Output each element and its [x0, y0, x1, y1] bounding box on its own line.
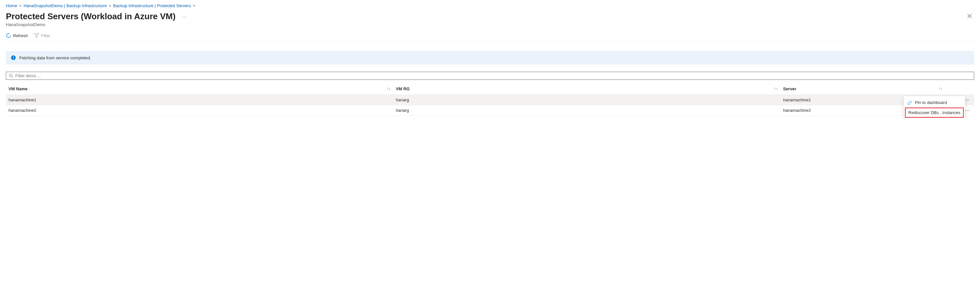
breadcrumb-separator: > [19, 3, 22, 8]
toolbar: Refresh Filter [6, 33, 974, 42]
filter-icon [34, 33, 39, 38]
title-more-button[interactable]: ··· [181, 13, 188, 21]
info-banner: Fetching data from service completed. [6, 51, 974, 65]
breadcrumb-separator: > [109, 3, 111, 8]
search-icon [9, 74, 13, 78]
column-header-actions [945, 83, 974, 95]
filter-items-wrap[interactable] [6, 72, 974, 80]
column-header-server[interactable]: Server ↑↓ [780, 83, 945, 95]
menu-rediscover-dbs[interactable]: Rediscover DBs , Instances [905, 108, 964, 118]
refresh-icon [6, 33, 11, 38]
column-header-vm-rg[interactable]: VM RG ↑↓ [393, 83, 780, 95]
breadcrumb-home[interactable]: Home [6, 3, 17, 8]
column-header-label: Server [783, 86, 796, 91]
sort-icon[interactable]: ↑↓ [939, 86, 942, 91]
menu-pin-to-dashboard[interactable]: Pin to dashboard [904, 97, 965, 108]
close-icon [967, 13, 972, 19]
svg-point-1 [13, 56, 14, 57]
table-row[interactable]: hanamachine2 hanarg hanamachine2 ··· [6, 105, 974, 116]
page-subtitle: HanaSnapshotDemo [6, 22, 188, 27]
info-banner-text: Fetching data from service completed. [19, 56, 91, 60]
info-icon [11, 55, 16, 60]
filter-label: Filter [41, 33, 51, 38]
page-header: Protected Servers (Workload in Azure VM)… [6, 11, 974, 27]
protected-servers-table: VM Name ↑↓ VM RG ↑↓ Server ↑↓ hanamachin… [6, 83, 974, 116]
column-header-vm-name[interactable]: VM Name ↑↓ [6, 83, 393, 95]
breadcrumb-protected-servers[interactable]: Backup Infrastructure | Protected Server… [113, 3, 191, 8]
close-button[interactable] [965, 11, 974, 22]
breadcrumb: Home > HanaSnapshotDemo | Backup Infrast… [6, 3, 974, 8]
sort-icon[interactable]: ↑↓ [387, 86, 390, 91]
menu-unregister[interactable]: Unregister [904, 118, 965, 119]
svg-point-3 [10, 74, 12, 76]
svg-line-4 [12, 76, 13, 78]
cell-vm-rg: hanarg [393, 105, 780, 116]
filter-items-input[interactable] [15, 73, 971, 78]
column-header-label: VM Name [8, 86, 28, 91]
menu-item-label: Pin to dashboard [915, 100, 947, 105]
menu-item-label: Rediscover DBs , Instances [908, 110, 961, 115]
refresh-label: Refresh [13, 33, 28, 38]
breadcrumb-separator: > [193, 3, 196, 8]
page-title: Protected Servers (Workload in Azure VM) [6, 11, 175, 22]
filter-button[interactable]: Filter [34, 33, 51, 38]
column-header-label: VM RG [396, 86, 410, 91]
row-more-button[interactable]: ··· [965, 97, 972, 102]
cell-vm-name: hanamachine2 [6, 105, 393, 116]
cell-vm-name: hanamachine1 [6, 95, 393, 105]
refresh-button[interactable]: Refresh [6, 33, 28, 38]
sort-icon[interactable]: ↑↓ [774, 86, 778, 91]
table-row[interactable]: hanamachine1 hanarg hanamachine1 ··· [6, 95, 974, 105]
pin-icon [908, 100, 912, 105]
row-context-menu: Pin to dashboard Rediscover DBs , Instan… [904, 96, 965, 119]
breadcrumb-vault[interactable]: HanaSnapshotDemo | Backup Infrastructure [24, 3, 107, 8]
row-more-button[interactable]: ··· [965, 108, 972, 113]
svg-rect-2 [13, 57, 14, 59]
cell-vm-rg: hanarg [393, 95, 780, 105]
